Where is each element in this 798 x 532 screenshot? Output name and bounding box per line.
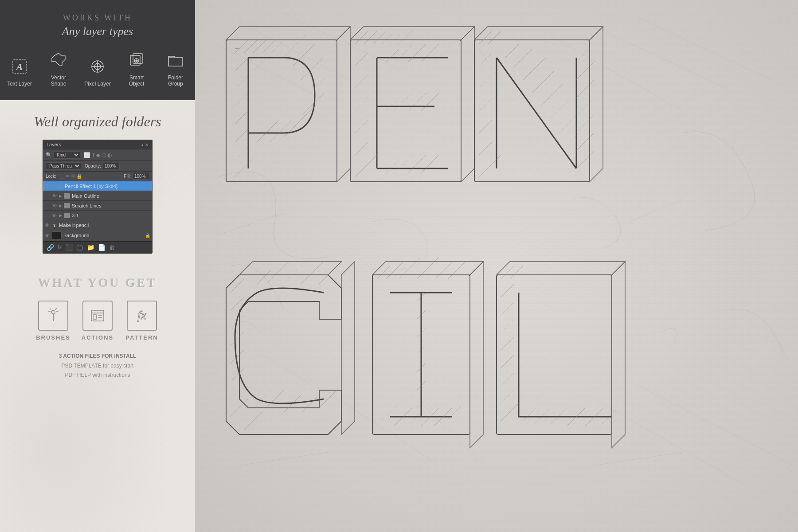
svg-line-100 (505, 44, 519, 58)
svg-line-24 (594, 27, 727, 89)
fill-input[interactable] (133, 173, 149, 180)
expand-arrow[interactable]: ▶ (52, 184, 55, 188)
layer-row-make-pencil[interactable]: 👁 T Make it pencil (43, 220, 152, 230)
expand-arrow[interactable]: ▶ (59, 213, 62, 218)
eye-icon[interactable]: 👁 (45, 184, 50, 189)
pixel-layer-label: Pixel Layer (84, 81, 110, 87)
layers-bottom-bar: 🔗 fx ⬛ ◯ 📁 📄 🗑 (43, 241, 152, 253)
link-icon[interactable]: 🔗 (47, 244, 54, 251)
lock-transparent-icon[interactable]: ⬚ (60, 173, 64, 179)
lock-paint-icon[interactable]: ✏ (66, 173, 70, 179)
close-icon[interactable]: ◂ (141, 142, 143, 147)
svg-rect-84 (474, 40, 590, 182)
svg-line-57 (257, 120, 279, 142)
layer-row-3d[interactable]: 👁 ▶ 3D (43, 211, 152, 220)
layer-name: Background (63, 233, 143, 238)
svg-rect-147 (497, 275, 612, 434)
layer-name: Make it pencil (59, 223, 150, 228)
folder-new-icon[interactable]: 📁 (87, 244, 94, 251)
pencil-sketch-svg (195, 0, 798, 532)
svg-line-89 (479, 98, 492, 111)
svg-line-47 (253, 58, 266, 71)
layer-thumbnail (52, 231, 62, 239)
svg-line-39 (270, 40, 284, 53)
delete-icon[interactable]: 🗑 (109, 244, 115, 251)
eye-icon[interactable]: 👁 (52, 193, 57, 199)
svg-line-97 (576, 115, 594, 133)
svg-line-101 (514, 49, 532, 66)
svg-line-167 (594, 452, 683, 466)
layer-name: Main Outline (72, 193, 150, 199)
svg-line-96 (576, 98, 594, 115)
svg-line-56 (270, 120, 293, 142)
filter-shape-icon[interactable]: ◆ (96, 152, 100, 158)
svg-line-103 (532, 71, 554, 93)
svg-line-67 (355, 98, 368, 111)
svg-line-15 (55, 309, 57, 309)
lock-artboard-icon[interactable]: 🔒 (76, 173, 82, 179)
folder-icon (64, 213, 70, 218)
filter-text-icon[interactable]: T (92, 152, 95, 158)
layer-row-background[interactable]: 👁 Background 🔒 (43, 230, 152, 241)
folder-icon (57, 184, 63, 189)
svg-line-158 (523, 408, 536, 421)
svg-line-95 (576, 80, 594, 98)
works-with-subtitle: Any layer types (62, 25, 133, 38)
fx-icon[interactable]: fx (58, 244, 62, 251)
collapse-icon[interactable]: ✕ (145, 142, 149, 147)
filter-smart-icon[interactable]: ⬡ (102, 152, 106, 158)
layers-kind-select[interactable]: Kind (54, 151, 80, 159)
mask-icon[interactable]: ◯ (76, 244, 83, 251)
svg-line-157 (501, 403, 519, 421)
svg-line-75 (434, 44, 452, 62)
eye-icon[interactable]: 👁 (45, 233, 50, 238)
opacity-input[interactable] (103, 163, 120, 169)
svg-line-106 (559, 115, 576, 133)
layer-type-text: A Text Layer (4, 57, 35, 87)
layer-row-main-outline[interactable]: 👁 ▶ Main Outline (43, 191, 152, 201)
svg-line-93 (576, 49, 590, 62)
layers-lock-row: Lock: ⬚ ✏ ✥ 🔒 Fill: (43, 172, 152, 181)
layer-name: Pencil Effect 1 [by Sko4] (65, 184, 150, 189)
folder-group-icon (166, 51, 185, 70)
smart-object-icon (127, 51, 146, 70)
folder-icon (64, 193, 70, 199)
actions-icon-box (82, 301, 113, 331)
eye-icon[interactable]: 👁 (52, 203, 57, 208)
layer-row-scratch-lines[interactable]: 👁 ▶ Scratch Lines (43, 201, 152, 211)
svg-line-40 (235, 58, 248, 71)
svg-line-61 (372, 31, 386, 44)
layer-type-folder: Folder Group (160, 51, 191, 87)
svg-line-41 (235, 75, 248, 89)
wyg-desc-1: 3 ACTION FILES FOR INSTALL (59, 352, 137, 361)
svg-line-119 (284, 262, 306, 284)
expand-arrow[interactable]: ▶ (59, 203, 62, 208)
right-panel (195, 0, 798, 532)
eye-icon[interactable]: 👁 (52, 213, 57, 218)
layers-search-row: 🔍 Kind ⬜ T ◆ ⬡ ◐ (43, 149, 152, 161)
svg-line-68 (355, 120, 368, 133)
text-layer-icon: T (52, 223, 57, 228)
expand-arrow[interactable]: ▶ (59, 194, 62, 198)
svg-line-36 (244, 40, 257, 53)
brushes-icon-box (38, 301, 68, 331)
layers-titlebar: Layers ◂ ✕ (43, 140, 152, 149)
svg-line-83 (421, 155, 439, 173)
svg-line-23 (217, 44, 319, 98)
blend-mode-select[interactable]: Pass Through (46, 162, 81, 170)
filter-adjust-icon[interactable]: ◐ (107, 152, 112, 158)
lock-position-icon[interactable]: ✥ (71, 173, 75, 179)
svg-line-166 (239, 452, 328, 466)
lock-icon: 🔒 (145, 233, 150, 238)
layer-row-pencil-effect[interactable]: 👁 ▶ Pencil Effect 1 [by Sko4] (43, 181, 152, 191)
svg-line-134 (381, 403, 399, 421)
layer-name: Scratch Lines (72, 203, 150, 208)
eye-icon[interactable]: 👁 (45, 223, 50, 228)
layers-panel[interactable]: Layers ◂ ✕ 🔍 Kind ⬜ T ◆ ⬡ ◐ (43, 140, 153, 254)
wyg-descriptions: 3 ACTION FILES FOR INSTALL PSD TEMPLATE … (59, 352, 137, 380)
new-fill-icon[interactable]: ⬛ (65, 244, 73, 251)
filter-pixel-icon[interactable]: ⬜ (84, 152, 90, 158)
text-layer-icon: A (10, 57, 29, 76)
svg-line-49 (284, 35, 306, 58)
new-layer-icon[interactable]: 📄 (98, 244, 106, 251)
